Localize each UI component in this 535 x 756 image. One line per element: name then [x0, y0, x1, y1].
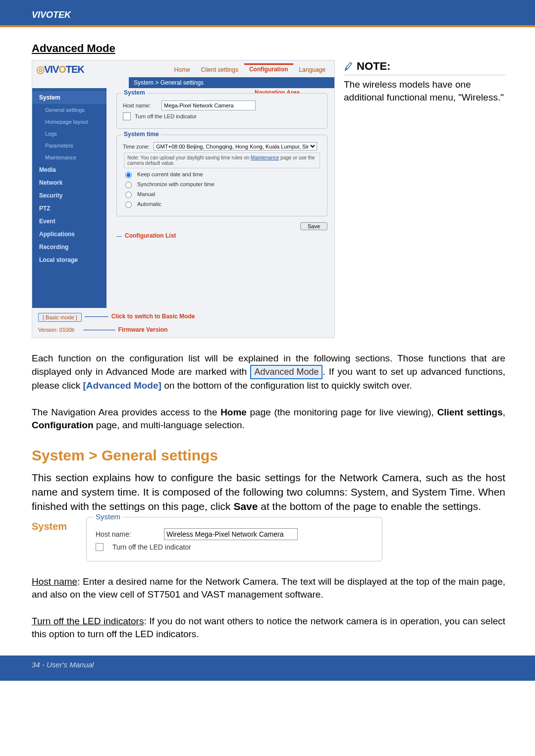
callout-firmware: Firmware Version	[118, 326, 167, 333]
sidebar-item-maintenance[interactable]: Maintenance	[32, 151, 107, 163]
paragraph-2: The Navigation Area provides access to t…	[32, 406, 505, 432]
opt-auto-label: Automatic	[137, 201, 161, 207]
sidebar-item-network[interactable]: Network	[32, 176, 107, 189]
save-button[interactable]: Save	[300, 222, 327, 230]
sidebar: System General settings Homepage layout …	[32, 88, 107, 308]
opt-keep-radio[interactable]	[125, 172, 132, 178]
demo-led-checkbox[interactable]	[96, 543, 104, 551]
system-time-legend: System time	[122, 131, 161, 138]
brand-text: VIVOTEK	[32, 10, 71, 20]
opt-sync-radio[interactable]	[125, 182, 132, 188]
hostname-description: Host name: Enter a desired name for the …	[32, 575, 505, 601]
sidebar-item-media[interactable]: Media	[32, 163, 107, 176]
maintenance-link[interactable]: Maintenance	[251, 155, 279, 160]
section-title: Advanced Mode	[32, 42, 505, 55]
opt-sync-label: Synchronize with computer time	[137, 181, 214, 187]
system-time-fieldset: System time Time zone: GMT+08:00 Beijing…	[116, 135, 327, 216]
system-subhead: System	[32, 517, 81, 532]
led-checkbox[interactable]	[123, 112, 131, 120]
dst-note: Note: You can upload your daylight savin…	[124, 152, 320, 168]
basic-mode-button[interactable]: [ Basic mode ]	[38, 313, 82, 322]
sidebar-item-homepage-layout[interactable]: Homepage layout	[32, 116, 107, 128]
config-screenshot: ◎VIVOTEK Home Client settings Configurat…	[32, 60, 335, 338]
system-demo-fieldset: System Host name: Turn off the LED indic…	[86, 517, 382, 561]
footer-text: 34 - User's Manual	[32, 660, 94, 669]
pencil-icon	[344, 61, 353, 72]
note-title: NOTE:	[357, 60, 390, 73]
paragraph-3: This section explains how to configure t…	[32, 471, 505, 514]
system-demo-legend: System	[94, 512, 122, 521]
sidebar-item-system[interactable]: System	[32, 91, 107, 104]
sidebar-item-ptz[interactable]: PTZ	[32, 202, 107, 215]
nav-home[interactable]: Home	[169, 63, 195, 75]
vivotek-logo: ◎VIVOTEK	[36, 63, 84, 75]
nav-client-settings[interactable]: Client settings	[196, 63, 243, 75]
hostname-input[interactable]	[161, 101, 256, 110]
nav-links: Home Client settings Configuration Langu…	[169, 63, 330, 75]
page-footer: 34 - User's Manual	[0, 655, 535, 681]
led-label: Turn off the LED indicator	[135, 113, 197, 119]
advanced-mode-link: [Advanced Mode]	[83, 380, 161, 391]
system-fieldset: System Host name: Turn off the LED indic…	[116, 93, 327, 129]
timezone-label: Time zone:	[123, 144, 150, 150]
sidebar-item-security[interactable]: Security	[32, 189, 107, 202]
page-header: VIVOTEK	[0, 0, 535, 27]
system-legend: System	[122, 89, 147, 96]
callout-basic-mode: Click to switch to Basic Mode	[111, 313, 195, 320]
callout-config-list: Configuration List	[125, 232, 176, 239]
opt-keep-label: Keep current date and time	[137, 171, 203, 177]
sidebar-item-logs[interactable]: Logs	[32, 128, 107, 140]
advanced-mode-badge: Advanced Mode	[250, 365, 322, 379]
opt-manual-label: Manual	[137, 191, 155, 197]
section-heading: System > General settings	[32, 447, 505, 464]
led-description: Turn off the LED indicators: If you do n…	[32, 615, 505, 641]
hostname-label: Host name:	[123, 102, 158, 108]
opt-auto-radio[interactable]	[125, 202, 132, 208]
note-body: The wireless models have one additional …	[344, 78, 505, 103]
sidebar-item-general-settings[interactable]: General settings	[32, 104, 107, 116]
timezone-select[interactable]: GMT+08:00 Beijing, Chongqing, Hong Kong,…	[154, 142, 317, 151]
sidebar-item-local-storage[interactable]: Local storage	[32, 253, 107, 266]
sidebar-item-event[interactable]: Event	[32, 215, 107, 228]
nav-language[interactable]: Language	[294, 63, 330, 75]
opt-manual-radio[interactable]	[125, 192, 132, 198]
main-panel: Navigation Area System Host name: Turn o…	[107, 88, 334, 308]
demo-hostname-input[interactable]	[164, 528, 298, 540]
note-box: NOTE: The wireless models have one addit…	[344, 60, 505, 103]
sidebar-item-applications[interactable]: Applications	[32, 228, 107, 241]
demo-led-label: Turn off the LED indicator	[112, 543, 191, 551]
sidebar-item-recording[interactable]: Recording	[32, 241, 107, 253]
sidebar-item-parameters[interactable]: Parameters	[32, 140, 107, 151]
firmware-version: Version: 0100b	[32, 325, 80, 335]
nav-configuration[interactable]: Configuration	[244, 63, 293, 75]
breadcrumb: System > General settings	[129, 77, 334, 88]
paragraph-1: Each function on the configuration list …	[32, 352, 505, 392]
demo-hostname-label: Host name:	[96, 530, 155, 538]
